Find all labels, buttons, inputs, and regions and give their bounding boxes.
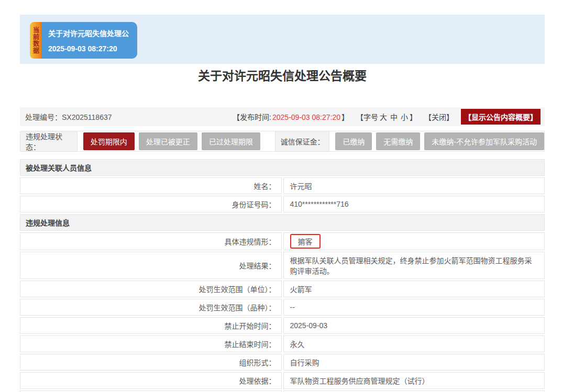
violation-status-label: 违规处理状态： xyxy=(20,131,78,151)
table-row: 处理依据： 军队物资工程服务供应商管理规定（试行） xyxy=(20,372,545,389)
violation-status-options: 处罚期限内 处理已被更正 已过处理期限 xyxy=(78,131,275,151)
row-value-organization-form: 自行采购 xyxy=(283,354,545,371)
table-row: 处罚生效范围（单位）： 火箭军 xyxy=(20,281,545,297)
table-row: 处理结果： 根据军队关联人员管理相关规定，终身禁止参加火箭军范围物资工程服务采购… xyxy=(20,252,545,279)
table-row: 姓名： 许元昭 xyxy=(20,177,545,194)
meta-bar: 处理编号：SX2025118637 【发布时间:2025-09-03 08:27… xyxy=(20,107,545,126)
status-bar: 违规处理状态： 处罚期限内 处理已被更正 已过处理期限 诚信保证金： 已缴纳 无… xyxy=(20,131,545,152)
current-data-strip: 当前数据 关于对许元昭失信处理公 2025-09-03 08:27:20 xyxy=(20,15,545,64)
table-row: 处罚生效范围（品种）： -- xyxy=(20,299,545,316)
row-label: 身份证号码： xyxy=(20,196,282,212)
status-button-corrected[interactable]: 处理已被更正 xyxy=(139,132,197,150)
row-value-ban-end: 永久 xyxy=(283,335,545,352)
row-value-basis: 军队物资工程服务供应商管理规定（试行） xyxy=(283,372,545,389)
font-size-control: 【字号大中小】 xyxy=(356,111,417,122)
publish-time: 【发布时间:2025-09-03 08:27:20】 xyxy=(233,111,349,122)
font-size-large-link[interactable]: 大 xyxy=(380,113,387,121)
detail-table: 被处理关联人员信息 姓名： 许元昭 身份证号码： 410************… xyxy=(18,158,546,392)
row-value-scope-unit: 火箭军 xyxy=(283,281,545,297)
violation-type-highlight-box: 掮客 xyxy=(290,234,321,249)
section-title-violation-info: 违规处理信息 xyxy=(20,214,545,231)
status-button-expired[interactable]: 已过处理期限 xyxy=(202,132,260,150)
font-size-suffix: 】 xyxy=(410,113,417,121)
status-button-within-penalty[interactable]: 处罚期限内 xyxy=(83,132,135,150)
process-number: 处理编号：SX2025118637 xyxy=(25,111,112,122)
font-size-label: 【字号 xyxy=(356,113,378,121)
deposit-status-label: 诚信保证金： xyxy=(275,131,330,151)
publish-time-suffix: 】 xyxy=(341,113,349,121)
row-value-ban-start: 2025-09-03 xyxy=(283,317,545,334)
deposit-button-unpaid[interactable]: 未缴纳-不允许参加军队采购活动 xyxy=(424,132,544,150)
row-label: 处理结果： xyxy=(20,252,282,279)
row-label: 禁止开始时间： xyxy=(20,317,282,334)
announcement-page: 当前数据 关于对许元昭失信处理公 2025-09-03 08:27:20 关于对… xyxy=(0,0,562,392)
row-value-violation-type: 掮客 xyxy=(283,232,545,250)
row-label: 处罚生效范围（品种）： xyxy=(20,299,282,316)
announcement-card-title: 关于对许元昭失信处理公 xyxy=(48,28,137,38)
table-row: 禁止开始时间： 2025-09-03 xyxy=(20,317,545,334)
deposit-button-not-required[interactable]: 无需缴纳 xyxy=(376,132,420,150)
row-label: 具体违规情形： xyxy=(20,232,282,250)
font-size-medium-link[interactable]: 中 xyxy=(390,113,398,121)
deposit-status-options: 已缴纳 无需缴纳 未缴纳-不允许参加军队采购活动 xyxy=(329,131,544,151)
row-value-id-number: 410************716 xyxy=(283,196,545,212)
row-value-scope-category: -- xyxy=(283,299,545,316)
row-label: 处罚生效范围（单位）： xyxy=(20,281,282,297)
row-label: 处理依据： xyxy=(20,372,282,389)
announcement-card-timestamp: 2025-09-03 08:27:20 xyxy=(48,44,137,53)
close-link[interactable]: 【关闭】 xyxy=(424,111,454,122)
font-size-small-link[interactable]: 小 xyxy=(401,113,408,121)
section-header-row: 违规处理信息 xyxy=(20,214,545,231)
publish-time-value: 2025-09-03 08:27:20 xyxy=(272,113,340,121)
table-row: 禁止结束时间： 永久 xyxy=(20,335,545,352)
process-number-label: 处理编号： xyxy=(25,113,62,121)
row-label: 禁止结束时间： xyxy=(20,335,282,352)
current-data-tab: 当前数据 xyxy=(30,22,41,59)
row-value-result: 根据军队关联人员管理相关规定，终身禁止参加火箭军范围物资工程服务采购评审活动。 xyxy=(283,252,545,279)
table-row: 身份证号码： 410************716 xyxy=(20,196,545,212)
section-title-person-info: 被处理关联人员信息 xyxy=(20,159,545,176)
meta-actions: 【发布时间:2025-09-03 08:27:20】 【字号大中小】 【关闭】 … xyxy=(225,109,541,125)
process-number-value: SX2025118637 xyxy=(62,113,112,121)
page-title: 关于对许元昭失信处理公告概要 xyxy=(20,66,545,84)
table-row: 具体违规情形： 掮客 xyxy=(20,232,545,250)
publish-time-prefix: 【发布时间: xyxy=(233,113,271,121)
row-value-name: 许元昭 xyxy=(283,177,545,194)
section-header-row: 被处理关联人员信息 xyxy=(20,159,545,176)
table-row: 组织形式： 自行采购 xyxy=(20,354,545,371)
announcement-card-body: 关于对许元昭失信处理公 2025-09-03 08:27:20 xyxy=(41,22,137,59)
current-announcement-card[interactable]: 当前数据 关于对许元昭失信处理公 2025-09-03 08:27:20 xyxy=(30,22,137,59)
row-label: 组织形式： xyxy=(20,354,282,371)
row-label: 姓名： xyxy=(20,177,282,194)
show-summary-button[interactable]: 【显示公告内容概要】 xyxy=(461,109,541,125)
deposit-button-paid[interactable]: 已缴纳 xyxy=(335,132,372,150)
